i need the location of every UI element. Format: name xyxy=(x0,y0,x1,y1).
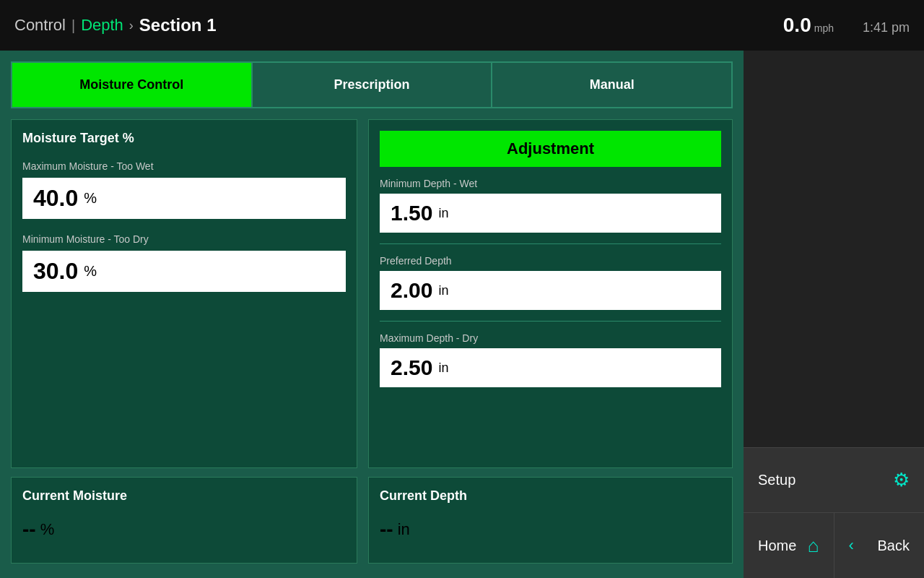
max-moisture-value: 40.0 xyxy=(33,185,78,212)
gear-icon: ⚙ xyxy=(893,469,910,491)
header-right: 0.0 mph 1:41 pm xyxy=(783,14,910,37)
max-moisture-input[interactable]: 40.0 % xyxy=(22,178,346,219)
max-depth-dry-unit: in xyxy=(438,361,448,376)
nav-separator: | xyxy=(71,17,75,34)
left-column: Moisture Target % Maximum Moisture - Too… xyxy=(11,119,357,564)
min-depth-wet-unit: in xyxy=(438,206,448,221)
max-depth-dry-label: Maximum Depth - Dry xyxy=(380,332,721,344)
max-depth-dry-field: Maximum Depth - Dry 2.50 in xyxy=(380,332,721,387)
header: Control | Depth › Section 1 0.0 mph 1:41… xyxy=(0,0,924,51)
home-back-row: Home ⌂ ‹ Back xyxy=(744,512,924,578)
adjustment-header: Adjustment xyxy=(380,131,721,167)
tab-moisture-control[interactable]: Moisture Control xyxy=(12,63,253,107)
preferred-depth-label: Preferred Depth xyxy=(380,255,721,267)
tab-manual[interactable]: Manual xyxy=(492,63,731,107)
back-label: Back xyxy=(878,538,910,554)
main: Moisture Control Prescription Manual Moi… xyxy=(0,51,924,578)
max-depth-dry-input[interactable]: 2.50 in xyxy=(380,348,721,387)
setup-label: Setup xyxy=(758,472,796,488)
current-moisture-title: Current Moisture xyxy=(22,488,346,504)
min-depth-wet-field: Minimum Depth - Wet 1.50 in xyxy=(380,178,721,233)
current-moisture-unit: % xyxy=(40,520,55,539)
min-moisture-input[interactable]: 30.0 % xyxy=(22,251,346,292)
adjustment-box: Adjustment Minimum Depth - Wet 1.50 in P… xyxy=(368,119,733,468)
preferred-depth-field: Preferred Depth 2.00 in xyxy=(380,255,721,310)
content-grid: Moisture Target % Maximum Moisture - Too… xyxy=(11,119,733,564)
current-depth-unit: in xyxy=(398,520,410,539)
speed-unit: mph xyxy=(814,22,834,34)
nav-section: Section 1 xyxy=(139,15,217,35)
current-depth-value: -- xyxy=(380,518,393,541)
min-depth-wet-input[interactable]: 1.50 in xyxy=(380,194,721,233)
sidebar-spacer xyxy=(744,51,924,447)
divider-1 xyxy=(380,243,721,244)
divider-2 xyxy=(380,321,721,322)
preferred-depth-value: 2.00 xyxy=(391,278,432,303)
home-button[interactable]: Home ⌂ xyxy=(744,513,834,578)
sidebar: Setup ⚙ Home ⌂ ‹ Back xyxy=(744,51,924,578)
breadcrumb: Control | Depth › Section 1 xyxy=(14,15,217,35)
nav-control[interactable]: Control xyxy=(14,16,66,35)
current-depth-title: Current Depth xyxy=(380,488,721,504)
tab-prescription[interactable]: Prescription xyxy=(253,63,493,107)
min-depth-wet-value: 1.50 xyxy=(391,201,432,225)
back-chevron-icon: ‹ xyxy=(849,536,854,555)
home-icon: ⌂ xyxy=(808,535,819,557)
moisture-target-title: Moisture Target % xyxy=(22,131,346,146)
tab-bar: Moisture Control Prescription Manual xyxy=(11,61,733,108)
min-depth-wet-label: Minimum Depth - Wet xyxy=(380,178,721,189)
current-moisture-value: -- xyxy=(22,518,36,541)
right-column: Adjustment Minimum Depth - Wet 1.50 in P… xyxy=(368,119,733,564)
chevron-icon: › xyxy=(129,18,134,33)
current-moisture-box: Current Moisture -- % xyxy=(11,477,357,564)
min-moisture-value: 30.0 xyxy=(33,258,78,285)
preferred-depth-unit: in xyxy=(438,283,448,298)
moisture-target-box: Moisture Target % Maximum Moisture - Too… xyxy=(11,119,357,468)
max-depth-dry-value: 2.50 xyxy=(391,355,432,380)
home-label: Home xyxy=(758,538,796,554)
time-display: 1:41 pm xyxy=(863,20,910,35)
preferred-depth-input[interactable]: 2.00 in xyxy=(380,271,721,310)
back-button[interactable]: ‹ Back xyxy=(834,513,925,578)
nav-depth[interactable]: Depth xyxy=(81,16,123,35)
max-moisture-unit: % xyxy=(84,190,97,207)
max-moisture-label: Maximum Moisture - Too Wet xyxy=(22,160,346,172)
min-moisture-unit: % xyxy=(84,263,97,280)
setup-button[interactable]: Setup ⚙ xyxy=(744,447,924,512)
min-moisture-label: Minimum Moisture - Too Dry xyxy=(22,233,346,245)
content-panel: Moisture Control Prescription Manual Moi… xyxy=(0,51,744,578)
speed-display: 0.0 mph xyxy=(783,14,834,37)
current-depth-box: Current Depth -- in xyxy=(368,477,733,564)
speed-value: 0.0 xyxy=(783,14,811,37)
